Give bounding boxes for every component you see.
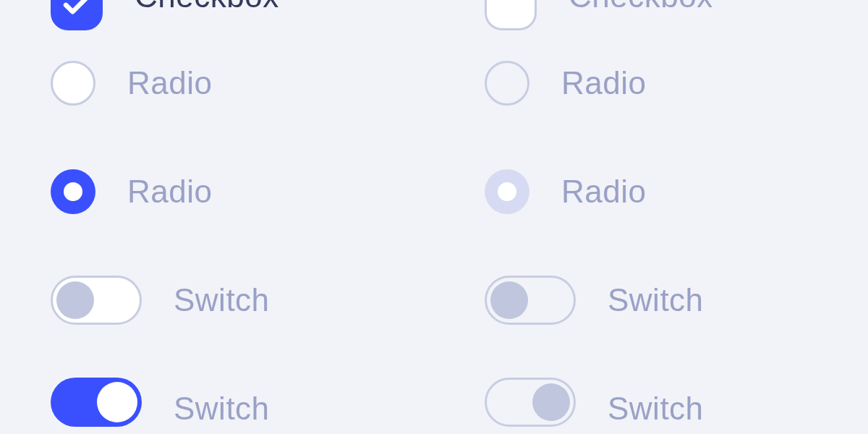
switch-label: Switch <box>174 282 270 318</box>
radio-row-unselected: Radio <box>51 29 434 137</box>
radio-label: Radio <box>561 65 646 101</box>
radio-unselected[interactable] <box>51 61 95 106</box>
switch-row-disabled-off: Switch <box>485 246 868 354</box>
checkbox-row-disabled: Checkbox <box>485 0 868 29</box>
checkbox-label: Checkbox <box>135 0 279 14</box>
radio-disabled-unselected <box>485 61 529 106</box>
switch-row-on: Switch <box>51 354 434 427</box>
checkbox-row: Checkbox <box>51 0 434 29</box>
switch-label: Switch <box>174 391 270 427</box>
controls-disabled-column: Checkbox Radio Radio Switch Switch <box>434 0 868 434</box>
switch-label: Switch <box>608 282 704 318</box>
switch-thumb-icon <box>56 281 94 319</box>
switch-thumb-icon <box>490 281 528 319</box>
radio-row-selected: Radio <box>51 137 434 246</box>
radio-label: Radio <box>561 174 646 210</box>
check-icon <box>63 0 90 14</box>
switch-label: Switch <box>608 391 704 427</box>
switch-on[interactable] <box>51 378 142 427</box>
checkbox-unchecked[interactable] <box>485 0 537 30</box>
switch-off[interactable] <box>51 276 142 325</box>
checkbox-checked[interactable] <box>51 0 103 30</box>
radio-row-disabled-selected: Radio <box>485 137 868 246</box>
radio-dot-icon <box>498 182 516 201</box>
radio-disabled-selected <box>485 169 529 214</box>
switch-row-off: Switch <box>51 246 434 354</box>
switch-thumb-icon <box>97 382 137 422</box>
checkbox-label: Checkbox <box>569 0 713 14</box>
switch-thumb-icon <box>532 383 570 421</box>
switch-row-disabled-on: Switch <box>485 354 868 427</box>
radio-selected[interactable] <box>51 169 95 214</box>
radio-label: Radio <box>127 174 212 210</box>
radio-row-disabled-unselected: Radio <box>485 29 868 137</box>
switch-disabled-off <box>485 276 576 325</box>
radio-dot-icon <box>64 182 82 201</box>
switch-disabled-on <box>485 378 576 427</box>
controls-enabled-column: Checkbox Radio Radio Switch Switch <box>0 0 434 434</box>
radio-label: Radio <box>127 65 212 101</box>
